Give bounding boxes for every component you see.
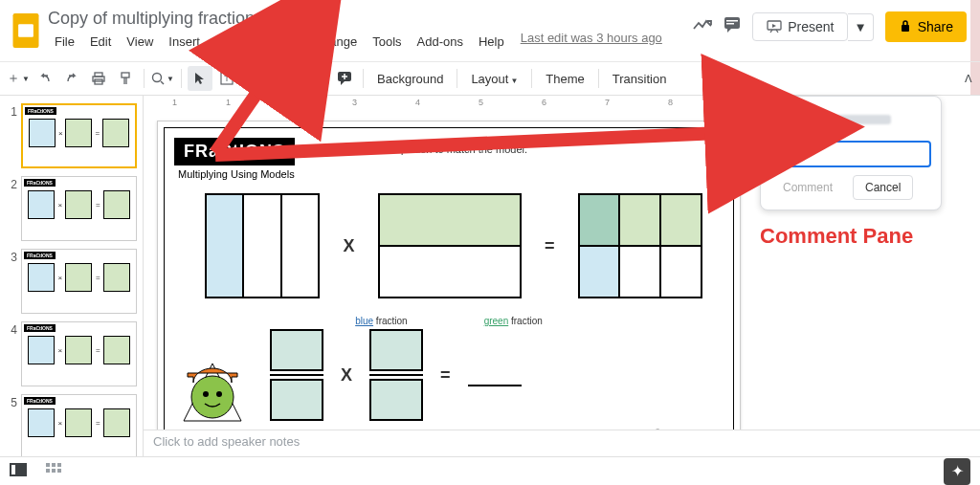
- svg-rect-32: [57, 469, 61, 473]
- separator: [325, 69, 326, 88]
- select-tool-button[interactable]: [188, 66, 212, 91]
- image-button[interactable]: ▼: [241, 66, 266, 91]
- filmstrip-item[interactable]: 2 FRaCtIONS ×=: [0, 174, 143, 247]
- menu-bar: File Edit View Insert Format Slide Arran…: [48, 31, 693, 53]
- denominator-box[interactable]: [270, 379, 323, 421]
- svg-point-22: [203, 391, 209, 397]
- shape-button[interactable]: ▼: [268, 66, 293, 91]
- svg-rect-27: [46, 463, 50, 467]
- separator: [181, 69, 182, 88]
- multiply-symbol: X: [343, 236, 354, 256]
- toolbar: ＋▼ ▼ T ▼ ▼ ▼ Background Layout▼ Theme Tr…: [0, 61, 980, 96]
- menu-help[interactable]: Help: [472, 31, 511, 53]
- filmstrip-number: 1: [4, 103, 17, 168]
- filmstrip-thumb[interactable]: FRaCtIONS ×=: [21, 249, 137, 314]
- comment-input[interactable]: [770, 141, 931, 167]
- doc-title[interactable]: Copy of multiplying fractions: [48, 9, 263, 29]
- filmstrip-item[interactable]: 3 FRaCtIONS ×=: [0, 247, 143, 320]
- filmstrip-item[interactable]: 5 FRaCtIONS ×=: [0, 392, 143, 459]
- share-label: Share: [918, 19, 953, 34]
- svg-rect-4: [726, 23, 734, 25]
- comment-submit-button[interactable]: Comment: [770, 175, 845, 200]
- last-edit-link[interactable]: Last edit was 3 hours ago: [521, 31, 662, 53]
- svg-rect-6: [902, 25, 909, 32]
- svg-text:T: T: [224, 74, 230, 83]
- filmstrip-thumb[interactable]: FRaCtIONS ×=: [21, 103, 137, 168]
- separator: [363, 69, 364, 88]
- avatar: [770, 106, 797, 133]
- theme-button[interactable]: Theme: [538, 68, 591, 90]
- undo-button[interactable]: [33, 66, 57, 91]
- transition-button[interactable]: Transition: [605, 68, 675, 90]
- slide-subtitle: Multiplying Using Models: [178, 168, 295, 180]
- menu-view[interactable]: View: [120, 31, 160, 53]
- filmstrip-view-icon[interactable]: [10, 463, 27, 479]
- comment-card: Comment Cancel: [760, 96, 942, 210]
- separator: [531, 69, 532, 88]
- title-area: Copy of multiplying fractions ☆ File Edi…: [44, 8, 693, 53]
- menu-insert[interactable]: Insert: [162, 31, 207, 53]
- comment-history-icon[interactable]: [724, 16, 741, 38]
- filmstrip-thumb[interactable]: FRaCtIONS ×=: [21, 176, 137, 241]
- svg-rect-26: [11, 465, 15, 474]
- separator: [598, 69, 599, 88]
- slide-instruction: Type an equation to match the model.: [351, 143, 527, 155]
- insert-comment-button[interactable]: [332, 66, 357, 91]
- svg-rect-10: [122, 73, 129, 77]
- speaker-notes[interactable]: Click to add speaker notes: [144, 430, 980, 452]
- background-button[interactable]: Background: [369, 68, 451, 90]
- print-button[interactable]: [86, 66, 111, 91]
- separator: [144, 69, 145, 88]
- svg-line-18: [298, 74, 307, 83]
- textbox-button[interactable]: T: [214, 66, 239, 91]
- denominator-box[interactable]: [369, 379, 423, 421]
- new-slide-button[interactable]: ＋▼: [6, 66, 31, 91]
- line-button[interactable]: ▼: [295, 66, 320, 91]
- grid-view-icon[interactable]: [46, 463, 61, 479]
- hide-menus-button[interactable]: ᐱ: [965, 73, 972, 85]
- product-model: [578, 193, 702, 298]
- move-folder-icon[interactable]: [296, 10, 311, 27]
- filmstrip-thumb[interactable]: FRaCtIONS ×=: [21, 394, 137, 459]
- present-button[interactable]: Present: [752, 12, 848, 41]
- svg-point-11: [153, 74, 162, 82]
- filmstrip-item[interactable]: 4 FRaCtIONS ×=: [0, 320, 143, 392]
- svg-rect-30: [46, 469, 50, 473]
- menu-edit[interactable]: Edit: [83, 31, 118, 53]
- filmstrip-number: 2: [4, 176, 17, 241]
- slides-logo-icon[interactable]: [8, 8, 44, 54]
- filmstrip-item[interactable]: 1 FRaCtIONS ×=: [0, 101, 143, 174]
- filmstrip[interactable]: 1 FRaCtIONS ×= 2 FRaCtIONS ×= 3 FRaCtION…: [0, 96, 144, 459]
- menu-slide[interactable]: Slide: [263, 31, 304, 53]
- comment-cancel-button[interactable]: Cancel: [853, 175, 913, 200]
- share-button[interactable]: Share: [885, 11, 967, 42]
- filmstrip-number: 4: [4, 321, 17, 386]
- numerator-box[interactable]: [369, 329, 423, 371]
- filmstrip-number: 3: [4, 249, 17, 314]
- numerator-box[interactable]: [270, 329, 323, 371]
- slide-canvas[interactable]: FRaCtIONS Multiplying Using Models Type …: [157, 121, 741, 448]
- separator: [457, 69, 457, 88]
- svg-point-15: [246, 76, 248, 77]
- menu-file[interactable]: File: [48, 31, 81, 53]
- svg-rect-14: [243, 73, 255, 84]
- svg-point-21: [191, 376, 234, 418]
- activity-icon[interactable]: [693, 17, 712, 37]
- blue-fraction-model: [205, 193, 320, 298]
- svg-rect-1: [18, 24, 33, 37]
- zoom-button[interactable]: ▼: [150, 66, 175, 91]
- filmstrip-thumb[interactable]: FRaCtIONS ×=: [21, 321, 137, 386]
- explore-button[interactable]: ✦: [944, 458, 970, 485]
- menu-arrange[interactable]: Arrange: [306, 31, 364, 53]
- menu-format[interactable]: Format: [209, 31, 261, 53]
- star-icon[interactable]: ☆: [273, 10, 286, 28]
- annotation-label: Comment Pane: [760, 224, 942, 249]
- paint-format-button[interactable]: [113, 66, 138, 91]
- layout-button[interactable]: Layout▼: [463, 68, 525, 90]
- redo-button[interactable]: [59, 66, 84, 91]
- menu-addons[interactable]: Add-ons: [411, 31, 470, 53]
- present-dropdown[interactable]: ▼: [848, 13, 873, 41]
- svg-point-24: [781, 114, 788, 121]
- menu-tools[interactable]: Tools: [366, 31, 408, 53]
- commenter-name: [805, 115, 891, 124]
